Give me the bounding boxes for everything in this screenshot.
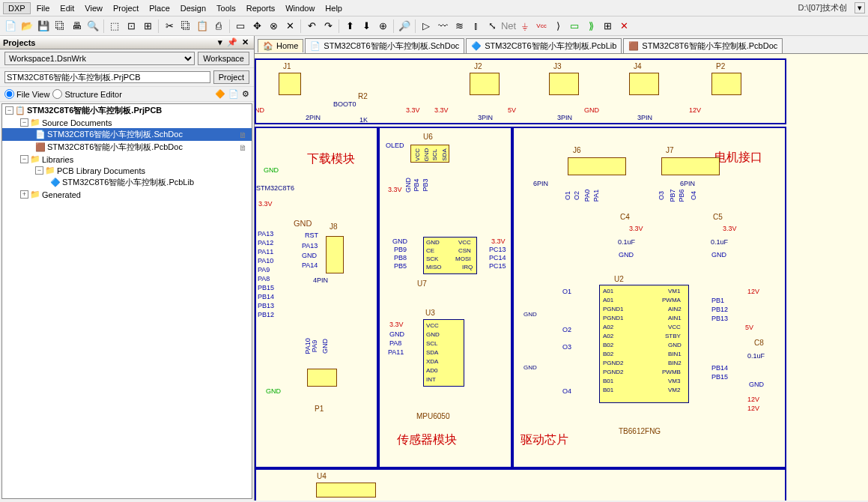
comp-j8[interactable] [326, 236, 344, 273]
tree-pcblib-folder[interactable]: −📁PCB Library Documents [2, 165, 252, 176]
preview-icon[interactable]: 🔍 [85, 19, 100, 34]
net-pa10-a: PA10 [258, 257, 273, 264]
tree-pcbdoc[interactable]: 🟫STM32C8T6智能小车控制板.PcbDoc🗎 [2, 141, 252, 154]
structure-radio[interactable]: Structure Editor [52, 89, 121, 99]
label-gnd-c8: GND [749, 381, 764, 388]
label-3v3-u7: 3.3V [491, 238, 506, 245]
menu-place[interactable]: Place [145, 2, 174, 14]
schematic-canvas[interactable]: J1 2PIN ND BOOT0 R2 1K 3.3V J2 3PIN 3.3V… [255, 54, 868, 501]
workspace-button[interactable]: Workspace [198, 52, 249, 65]
net-pa12: PA12 [258, 239, 273, 247]
delete-icon[interactable]: ✕ [282, 19, 297, 34]
place-entry-icon[interactable]: ⟫ [583, 19, 598, 34]
place-vcc-icon[interactable]: Vcc [534, 19, 549, 34]
net-pb7: PB7 [669, 189, 676, 202]
place-device-icon[interactable]: ⊞ [600, 19, 615, 34]
copy-icon[interactable]: ⿻ [178, 19, 193, 34]
project-button[interactable]: Project [213, 70, 249, 84]
tree-schdoc[interactable]: 📄STM32C8T6智能小车控制板.SchDoc🗎 [2, 128, 252, 141]
workspace-select[interactable]: Workspace1.DsnWrk [4, 52, 195, 65]
tab-home[interactable]: 🏠Home [258, 39, 303, 52]
project-input[interactable] [4, 71, 210, 83]
fileview-radio[interactable]: File View [4, 89, 49, 99]
panel-dropdown-icon[interactable]: ▾ [216, 37, 225, 47]
pcb-icon: 🟫 [628, 41, 639, 51]
place-power-icon[interactable]: ⏚ [518, 19, 532, 34]
deselect-icon[interactable]: ⊗ [266, 19, 281, 34]
tree-source-docs[interactable]: −📁Source Documents [2, 117, 252, 128]
cross-probe-icon[interactable]: ⊕ [375, 19, 390, 34]
comp-p1[interactable] [307, 369, 337, 387]
tree-project-root[interactable]: −📋STM32C8T6智能小车控制板.PrjPCB [2, 104, 252, 117]
open-icon[interactable]: 📂 [19, 19, 34, 34]
comp-j6[interactable] [568, 157, 626, 175]
menu-help[interactable]: Help [321, 2, 347, 14]
redo-icon[interactable]: ↷ [321, 19, 336, 34]
print-icon[interactable]: 🖶 [69, 19, 84, 34]
move-icon[interactable]: ✥ [249, 19, 264, 34]
hier-down-icon[interactable]: ⬇ [359, 19, 374, 34]
net-pa10-b: PA10 [304, 338, 312, 354]
ref-p1: P1 [315, 405, 324, 413]
cut-icon[interactable]: ✂ [162, 19, 177, 34]
zoom-sel-icon[interactable]: ⊞ [140, 19, 155, 34]
projects-panel-header[interactable]: Projects ▾ 📌 ✕ [0, 36, 254, 49]
label-rst: RST [305, 232, 318, 239]
title-download: 下载模块 [307, 151, 355, 167]
menu-file[interactable]: File [32, 2, 55, 14]
menu-project[interactable]: Project [109, 2, 143, 14]
select-rect-icon[interactable]: ▭ [233, 19, 248, 34]
undo-icon[interactable]: ↶ [304, 19, 319, 34]
menu-design[interactable]: Design [176, 2, 210, 14]
place-harness-icon[interactable]: ⫿ [468, 19, 483, 34]
panel-pin-icon[interactable]: 📌 [225, 37, 240, 47]
tree-pcblib[interactable]: 🔷STM32C8T6智能小车控制板.PcbLib [2, 176, 252, 189]
panel-doc-icon[interactable]: 📄 [228, 89, 239, 99]
menu-edit[interactable]: Edit [55, 2, 79, 14]
stamp-icon[interactable]: ⎙ [211, 19, 226, 34]
project-tree[interactable]: −📋STM32C8T6智能小车控制板.PrjPCB −📁Source Docum… [1, 103, 252, 499]
zoom-area-icon[interactable]: ⬚ [107, 19, 122, 34]
place-part-icon[interactable]: ▷ [419, 19, 434, 34]
label-12v-u2b: 12V [747, 396, 759, 403]
tree-generated[interactable]: +📁Generated [2, 189, 252, 200]
place-port-icon[interactable]: ⟩ [550, 19, 565, 34]
place-busentry-icon[interactable]: ⤡ [485, 19, 500, 34]
menu-tools[interactable]: Tools [212, 2, 240, 14]
sch-icon: 📄 [310, 41, 321, 51]
menu-reports[interactable]: Reports [242, 2, 280, 14]
panel-options-icon[interactable]: ⚙ [242, 89, 249, 99]
menu-window[interactable]: Window [281, 2, 319, 14]
u2-l0: A01 [603, 288, 613, 294]
panel-compile-icon[interactable]: 🔶 [215, 89, 225, 99]
tab-schdoc[interactable]: 📄STM32C8T6智能小车控制板.SchDoc [305, 38, 464, 53]
ref-u7: U7 [417, 279, 427, 288]
save-all-icon[interactable]: ⿻ [52, 19, 67, 34]
menu-view[interactable]: View [80, 2, 107, 14]
save-icon[interactable]: 💾 [36, 19, 51, 34]
tab-pcblib[interactable]: 🔷STM32C8T6智能小车控制板.PcbLib [466, 38, 622, 53]
panel-close-icon[interactable]: ✕ [240, 37, 251, 47]
browse-icon[interactable]: 🔎 [397, 19, 412, 34]
comp-j7[interactable] [661, 157, 720, 175]
u2-r6: GND [668, 342, 682, 348]
hier-up-icon[interactable]: ⬆ [342, 19, 357, 34]
tab-pcbdoc[interactable]: 🟫STM32C8T6智能小车控制板.PcbDoc [623, 38, 783, 53]
path-dropdown[interactable]: ▾ [855, 2, 865, 13]
dxp-menu[interactable]: DXP [3, 2, 31, 14]
label-gnd-u6: GND [404, 178, 412, 193]
place-noerr-icon[interactable]: ✕ [616, 19, 631, 34]
place-wire-icon[interactable]: 〰 [435, 19, 450, 34]
label-gnd-u2: GND [523, 311, 537, 318]
place-sheet-icon[interactable]: ▭ [567, 19, 582, 34]
new-icon[interactable]: 📄 [3, 19, 18, 34]
label-gnd-c5: GND [711, 251, 726, 258]
tree-libraries[interactable]: −📁Libraries [2, 154, 252, 165]
paste-icon[interactable]: 📋 [195, 19, 210, 34]
zoom-fit-icon[interactable]: ⊡ [124, 19, 139, 34]
place-netlabel-icon[interactable]: Net [501, 19, 516, 34]
u2-l9: PGND2 [603, 369, 624, 375]
place-bus-icon[interactable]: ≋ [452, 19, 467, 34]
ref-u2-name: TB6612FNG [619, 427, 661, 435]
comp-u4[interactable] [316, 483, 376, 498]
